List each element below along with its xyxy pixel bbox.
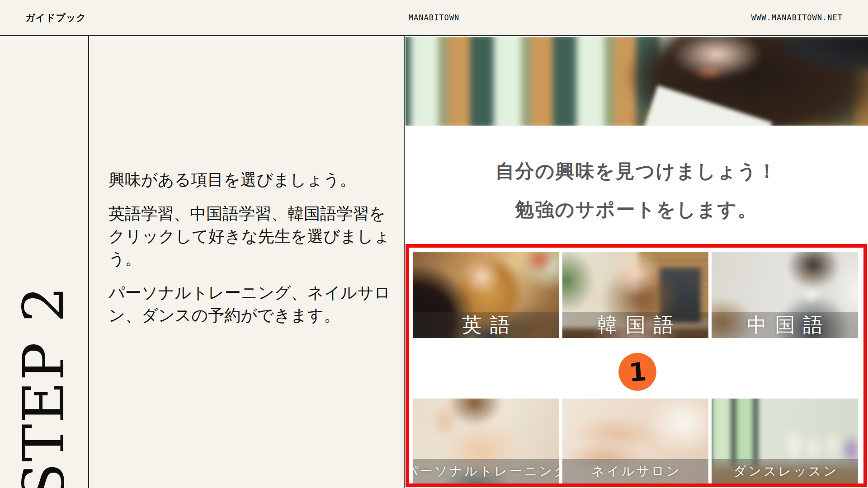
tile-dance-lesson[interactable]: ダンスレッスン (712, 399, 858, 483)
tile-label: 韓国語 (589, 312, 682, 338)
instruction-paragraph: 興味がある項目を選びましょう。 (108, 169, 392, 191)
tile-label-overlay: ネイルサロン (562, 459, 709, 483)
step-number: 1 (627, 357, 647, 387)
tiles-row-languages: 英語 韓国語 中国語 (413, 252, 858, 338)
step-number-badge: 1 (618, 353, 656, 391)
tile-label-overlay: パーソナルトレーニング (413, 459, 559, 483)
tiles-row-activities: パーソナルトレーニング ネイルサロン ダンスレッスン (413, 399, 858, 483)
tile-label: ダンスレッスン (731, 463, 838, 480)
hero-image (406, 37, 868, 126)
tile-label-overlay: 英語 (413, 312, 559, 338)
tile-label: ネイルサロン (590, 463, 681, 480)
tile-korean[interactable]: 韓国語 (562, 252, 709, 338)
headline: 自分の興味を見つけましょう！ 勉強のサポートをします。 (405, 152, 868, 229)
step-column: STEP 2 (0, 36, 89, 488)
tile-label-overlay: 中国語 (712, 312, 858, 338)
site-url: WWW.MANABITOWN.NET (751, 0, 843, 35)
instruction-paragraph: 英語学習、中国語学習、韓国語学習をクリックして好きな先生を選びましょう。 (108, 202, 392, 270)
tile-chinese[interactable]: 中国語 (712, 252, 858, 338)
tile-label-overlay: ダンスレッスン (712, 459, 858, 483)
hero-photo-girl-reading (406, 37, 868, 126)
highlight-box: 英語 韓国語 中国語 (406, 244, 867, 487)
step-label: STEP 2 (14, 281, 74, 488)
tile-personal-training[interactable]: パーソナルトレーニング (413, 399, 559, 483)
tile-label: 中国語 (738, 312, 831, 338)
instruction-paragraph: パーソナルトレーニング、ネイルサロン、ダンスの予約ができます。 (108, 282, 392, 327)
tile-label: 英語 (453, 312, 518, 338)
tile-label-overlay: 韓国語 (562, 312, 709, 338)
highlight-box-inner: 英語 韓国語 中国語 (409, 248, 863, 483)
instructions-text: 興味がある項目を選びましょう。 英語学習、中国語学習、韓国語学習をクリックして好… (108, 169, 392, 338)
content-panel: 自分の興味を見つけましょう！ 勉強のサポートをします。 英語 韓国語 (405, 36, 868, 488)
tile-label: パーソナルトレーニング (413, 463, 559, 480)
brand-name: MANABITOWN (0, 0, 868, 35)
tile-english[interactable]: 英語 (413, 252, 559, 338)
tile-nail-salon[interactable]: ネイルサロン (562, 399, 709, 483)
top-bar: ガイドブック MANABITOWN WWW.MANABITOWN.NET (0, 0, 868, 36)
headline-line-1: 自分の興味を見つけましょう！ (405, 152, 868, 190)
guidebook-page: ガイドブック MANABITOWN WWW.MANABITOWN.NET STE… (0, 0, 868, 488)
headline-line-2: 勉強のサポートをします。 (405, 190, 868, 229)
instructions-column: 興味がある項目を選びましょう。 英語学習、中国語学習、韓国語学習をクリックして好… (89, 36, 405, 488)
